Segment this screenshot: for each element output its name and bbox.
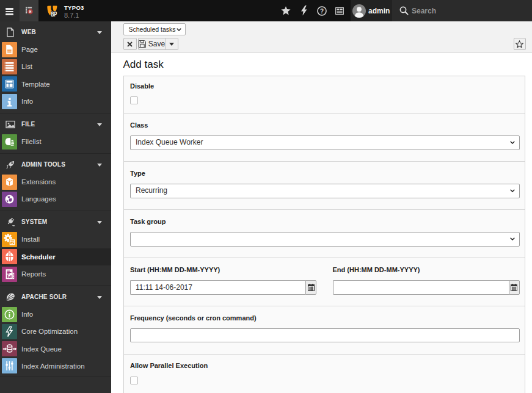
svg-text:?: ? — [319, 7, 323, 14]
svg-text:BP: BP — [51, 10, 57, 16]
